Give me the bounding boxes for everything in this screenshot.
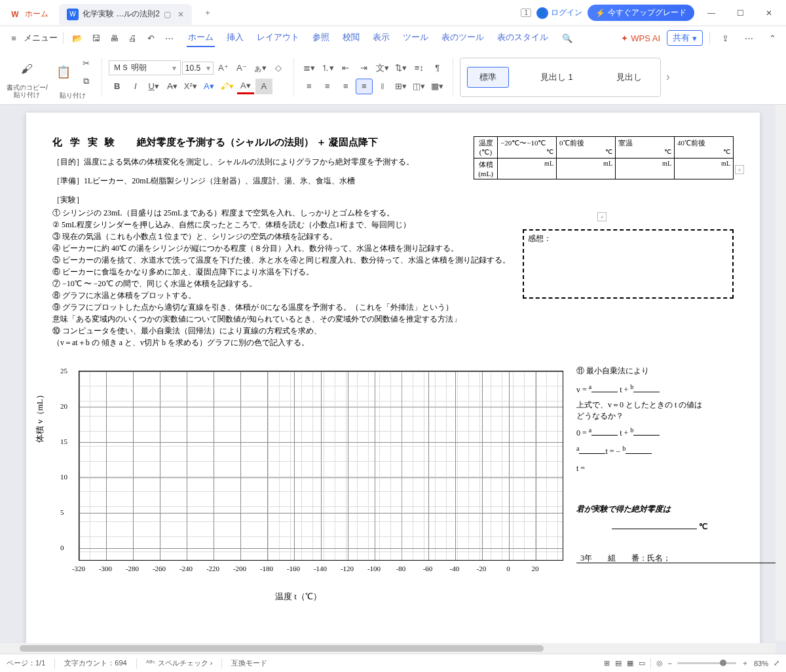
highlight-icon[interactable]: 🖍▾ (219, 79, 236, 94)
add-row-icon[interactable]: + (597, 212, 607, 221)
exp-label: ［実験］ (52, 195, 734, 206)
change-case-icon[interactable]: ぁ▾ (252, 60, 269, 76)
menutab-tablestyle[interactable]: 表のスタイル (496, 29, 550, 47)
status-spellcheck[interactable]: ᴬᴮᶜスペルチェック › (146, 658, 213, 668)
close-button[interactable]: ✕ (757, 3, 781, 24)
maximize-button[interactable]: ☐ (728, 3, 752, 24)
clear-format-icon[interactable]: ◇ (270, 60, 287, 76)
menutab-layout[interactable]: レイアウト (255, 29, 301, 47)
font-size-select[interactable]: 10.5▾ (182, 62, 214, 75)
view-web-icon[interactable]: ⊞ (604, 659, 610, 667)
distribute-icon[interactable]: ⫴ (374, 79, 391, 94)
sort-icon[interactable]: ⇅▾ (392, 60, 409, 76)
style-heading1[interactable]: 見出し 1 (529, 67, 585, 87)
save-icon[interactable]: 🖫 (87, 29, 104, 47)
print-quick-icon[interactable]: 🖶 (105, 29, 122, 47)
superscript-icon[interactable]: X²▾ (182, 79, 199, 94)
style-normal[interactable]: 標準 (467, 67, 509, 88)
snap-icon[interactable]: ⊞▾ (392, 79, 409, 94)
status-page[interactable]: ページ：1/1 (7, 658, 45, 668)
bullets-icon[interactable]: ≣▾ (301, 60, 318, 76)
vertical-scrollbar[interactable] (776, 105, 786, 641)
new-tab-button[interactable]: ＋ (198, 4, 217, 22)
menutab-home[interactable]: ホーム (187, 29, 215, 47)
menutab-reference[interactable]: 参照 (311, 29, 331, 47)
zoom-out-icon[interactable]: − (668, 660, 672, 667)
menutab-tool[interactable]: ツール (402, 29, 430, 47)
view-read-icon[interactable]: ▭ (639, 659, 645, 667)
search-icon[interactable]: 🔍 (559, 29, 576, 47)
fit-page-icon[interactable]: ⤢ (774, 659, 779, 667)
hamburger-icon[interactable]: ≡ (5, 29, 22, 47)
text-direction-icon[interactable]: 文▾ (374, 60, 391, 76)
data-table[interactable]: 温度 (℃) −20℃〜−10℃℃ 0℃前後℃ 室温℃ 40℃前後℃ 体積 (m… (474, 136, 734, 179)
align-left-icon[interactable]: ≡ (301, 79, 318, 94)
table-cell[interactable]: mL (557, 159, 616, 179)
strike-icon[interactable]: A̶▾ (164, 79, 181, 94)
shrink-font-icon[interactable]: A⁻ (233, 60, 250, 76)
tab-home[interactable]: W ホーム (1, 4, 56, 25)
style-heading2[interactable]: 見出し (605, 67, 654, 87)
view-print-icon[interactable]: ▤ (615, 659, 622, 667)
tab-preview-icon[interactable]: ▢ (164, 10, 171, 19)
add-column-icon[interactable]: + (735, 165, 744, 174)
minimize-button[interactable]: ― (700, 3, 723, 24)
upgrade-button[interactable]: ⚡ 今すぐアップグレード (588, 5, 694, 21)
align-justify-icon[interactable]: ≡ (356, 79, 373, 94)
para-shading-icon[interactable]: ◫▾ (411, 79, 428, 94)
login-button[interactable]: 👤 ログイン (536, 7, 582, 19)
format-painter-icon[interactable]: 🖌 (14, 56, 40, 83)
status-compat[interactable]: 互換モード (231, 658, 267, 668)
grow-font-icon[interactable]: A⁺ (215, 60, 232, 76)
horizontal-scrollbar[interactable] (0, 643, 776, 654)
text-effect-icon[interactable]: A▾ (200, 79, 217, 94)
decrease-indent-icon[interactable]: ⇤ (337, 60, 354, 76)
menutab-insert[interactable]: 挿入 (225, 29, 245, 47)
zoom-slider[interactable] (677, 662, 736, 664)
italic-icon[interactable]: I (127, 79, 144, 94)
zoom-in-icon[interactable]: ＋ (741, 658, 749, 668)
borders-icon[interactable]: ▦▾ (429, 79, 446, 94)
tab-document[interactable]: W 化学実験 …ルの法則2 ▢ ✕ (59, 4, 192, 25)
undo-icon[interactable]: ↶ (142, 29, 159, 47)
status-wordcount[interactable]: 文字カウント：694 (64, 658, 126, 668)
increase-indent-icon[interactable]: ⇥ (356, 60, 373, 76)
menutab-review[interactable]: 校閲 (341, 29, 361, 47)
copy-icon[interactable]: ⧉ (78, 73, 95, 89)
more-qat-icon[interactable]: ⋯ (160, 29, 178, 47)
numbering-icon[interactable]: ⒈▾ (319, 60, 336, 76)
cut-icon[interactable]: ✂ (78, 55, 95, 71)
underline-icon[interactable]: U▾ (145, 79, 162, 94)
collapse-ribbon-icon[interactable]: ⌃ (764, 29, 781, 47)
focus-mode-icon[interactable]: ◎ (656, 659, 663, 667)
line-spacing-icon[interactable]: ≡↕ (411, 60, 428, 76)
tab-close-icon[interactable]: ✕ (178, 10, 184, 19)
window-mode-icon[interactable]: 1 (521, 9, 531, 17)
shading-icon[interactable]: A (255, 79, 272, 94)
export-icon[interactable]: ⇪ (717, 29, 734, 47)
view-outline-icon[interactable]: ▦ (627, 659, 633, 667)
wpsai-button[interactable]: ✦ WPS AI (621, 33, 660, 43)
menu-label[interactable]: メニュー (24, 32, 58, 44)
show-marks-icon[interactable]: ¶ (429, 60, 446, 76)
table-cell[interactable]: mL (675, 159, 734, 179)
zoom-value[interactable]: 83% (754, 660, 768, 667)
table-cell[interactable]: mL (616, 159, 675, 179)
styles-gallery[interactable]: 標準 見出し 1 見出し (460, 58, 661, 97)
document-viewport[interactable]: 化 学 実 験 絶対零度を予測する（シャルルの法則） ＋ 凝固点降下 ［目的］温… (0, 105, 786, 654)
more-menu-icon[interactable]: ⋯ (740, 29, 757, 47)
paste-icon[interactable]: 📋 (50, 59, 77, 85)
align-center-icon[interactable]: ≡ (319, 79, 336, 94)
menutab-tabletool[interactable]: 表のツール (440, 29, 485, 47)
menutab-view[interactable]: 表示 (371, 29, 391, 47)
scroll-right-icon[interactable]: › (664, 70, 673, 84)
share-button[interactable]: 共有 ▾ (667, 30, 703, 46)
bold-icon[interactable]: B (109, 79, 126, 94)
impressions-box[interactable]: 感想： (523, 229, 734, 299)
align-right-icon[interactable]: ≡ (337, 79, 354, 94)
font-color-icon[interactable]: A▾ (237, 79, 254, 94)
font-name-select[interactable]: ＭＳ 明朝▾ (109, 60, 181, 75)
open-icon[interactable]: 📂 (69, 29, 86, 47)
print-preview-icon[interactable]: 🖨 (124, 29, 141, 47)
table-cell[interactable]: mL (498, 159, 557, 179)
